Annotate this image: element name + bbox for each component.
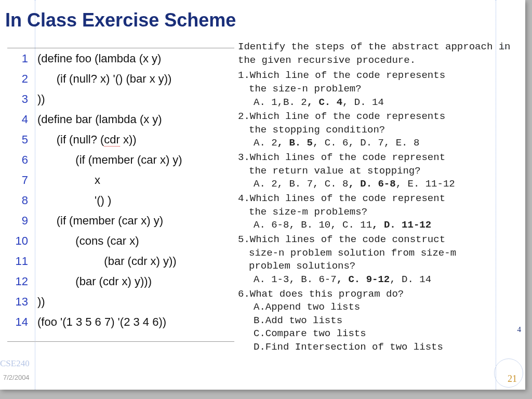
question-text: the size-m problems?: [238, 206, 513, 219]
line-number: 10: [7, 234, 37, 248]
code-text: (if (member (car x) y): [37, 214, 163, 228]
question-number: 3.: [238, 152, 250, 163]
answer-option-correct: , D. 11-12: [372, 219, 431, 231]
answer-option-correct: , B. 5: [277, 137, 313, 149]
slide-number: 21: [508, 374, 517, 384]
code-text: (if (null? (cdr x)): [37, 133, 137, 147]
answer-option-correct: , C. 4: [307, 97, 342, 108]
answer-options: A. 6-8, B. 10, C. 11, D. 11-12: [238, 219, 513, 232]
question-number: 4.: [238, 193, 250, 204]
code-line: 8 '() ): [7, 190, 234, 210]
question-item: 5.Which lines of the code constructsize-…: [238, 233, 513, 287]
answer-option: C. 6: [325, 137, 349, 149]
answer-option: A. 2: [254, 137, 277, 149]
line-number: 2: [7, 72, 37, 86]
question-text: Which line of the code represents: [250, 70, 445, 81]
code-text: )): [37, 92, 45, 106]
answer-option: ,: [348, 137, 360, 149]
question-text: Which lines of the code construct: [250, 234, 445, 245]
question-number: 2.: [238, 111, 250, 122]
code-line: 11 (bar (cdr x) y)): [7, 251, 234, 271]
answer-option: B. 10: [301, 219, 330, 231]
answer-option: A. 2: [254, 178, 277, 190]
line-number: 13: [7, 295, 37, 309]
footer-date: 7/2/2004: [3, 374, 30, 381]
code-line: 13)): [7, 291, 234, 312]
code-text: (foo '(1 3 5 6 7) '(2 3 4 6)): [37, 315, 166, 329]
question-text: Which lines of the code represent: [250, 193, 445, 204]
answer-option: A. 1: [254, 97, 277, 108]
answer-option: D. 14: [354, 97, 384, 108]
question-text: the return value at stopping?: [238, 165, 513, 178]
code-line: 6 (if (member (car x) y): [7, 150, 234, 170]
code-text: x: [37, 174, 100, 187]
code-line: 9 (if (member (car x) y): [7, 210, 234, 231]
code-line: 10 (cons (car x): [7, 231, 234, 251]
code-text: )): [37, 295, 45, 309]
answer-option: A.Append two lists: [238, 301, 513, 314]
answer-option: B. 7: [289, 178, 313, 190]
answer-option: E. 11-12: [407, 178, 455, 190]
line-number: 6: [7, 153, 37, 167]
question-item: 4.Which lines of the code representthe s…: [238, 192, 513, 232]
answer-options: A. 2, B. 5, C. 6, D. 7, E. 8: [238, 137, 513, 150]
answer-option: B. 2: [283, 97, 307, 108]
answer-option: B. 6-7: [301, 274, 336, 285]
answer-option: ,: [384, 137, 396, 149]
line-number: 7: [7, 174, 37, 187]
questions-intro: Identify the steps of the abstract appro…: [238, 41, 513, 67]
code-text: (bar (cdr x) y)): [37, 255, 177, 268]
answer-option: A. 6-8: [254, 219, 289, 231]
answer-option: D. 7: [360, 137, 384, 149]
question-number: 5.: [238, 234, 250, 245]
question-text: What does this program do?: [250, 288, 404, 300]
question-number: 6.: [238, 288, 250, 300]
answer-option: ,: [313, 178, 325, 190]
code-line: 5 (if (null? (cdr x)): [7, 129, 234, 150]
answer-option: C.Compare two lists: [238, 327, 513, 341]
question-text: size-n problem solution from size-m: [238, 247, 513, 260]
code-text: (cons (car x): [37, 234, 139, 248]
code-line: 2 (if (null? x) '() (bar x y)): [7, 69, 234, 89]
code-line: 14(foo '(1 3 5 6 7) '(2 3 4 6)): [7, 312, 234, 332]
answer-option: ,: [277, 97, 283, 108]
answer-options: A. 1-3, B. 6-7, C. 9-12, D. 14: [238, 273, 513, 287]
footer-course: CSE240: [0, 358, 30, 369]
slide: In Class Exercise Scheme 1(define foo (l…: [0, 0, 525, 390]
answer-option: C. 11: [342, 219, 372, 231]
questions-panel: Identify the steps of the abstract appro…: [238, 41, 513, 354]
question-text: problem solutions?: [238, 260, 513, 273]
code-line: 12 (bar (cdr x) y))): [7, 271, 234, 291]
line-number: 3: [7, 92, 37, 106]
question-item: 3.Which lines of the code representthe r…: [238, 151, 513, 191]
answer-option: ,: [330, 219, 342, 231]
answer-option: E. 8: [396, 137, 420, 149]
corner-number: 4: [517, 325, 522, 334]
slide-title: In Class Exercise Scheme: [5, 9, 236, 31]
code-text: (if (null? x) '() (bar x y)): [37, 72, 171, 86]
code-text: (define bar (lambda (x y): [37, 113, 162, 126]
question-item: 6.What does this program do?A.Append two…: [238, 288, 513, 354]
question-text: Which line of the code represents: [250, 111, 445, 122]
line-number: 11: [7, 255, 37, 268]
answer-option: ,: [289, 219, 301, 231]
question-text: the size-n problem?: [238, 83, 513, 96]
code-line: 7 x: [7, 170, 234, 190]
line-number: 1: [7, 52, 37, 65]
code-line: 3)): [7, 89, 234, 109]
line-number: 8: [7, 194, 37, 207]
question-number: 1.: [238, 70, 250, 81]
answer-option-correct: , D. 6-8: [348, 178, 395, 190]
answer-option: ,: [289, 274, 301, 285]
answer-options: A. 1,B. 2, C. 4, D. 14: [238, 96, 513, 110]
answer-options: A. 2, B. 7, C. 8, D. 6-8, E. 11-12: [238, 178, 513, 191]
line-number: 14: [7, 315, 37, 329]
answer-option: B.Add two lists: [238, 314, 513, 328]
answer-option: ,: [313, 137, 325, 149]
code-text: '() ): [37, 194, 111, 207]
question-text: Which lines of the code represent: [250, 152, 445, 163]
question-text: the stopping condition?: [238, 124, 513, 137]
line-number: 4: [7, 113, 37, 126]
code-block: 1(define foo (lambda (x y)2 (if (null? x…: [7, 48, 234, 342]
code-text: (define foo (lambda (x y): [37, 52, 161, 65]
